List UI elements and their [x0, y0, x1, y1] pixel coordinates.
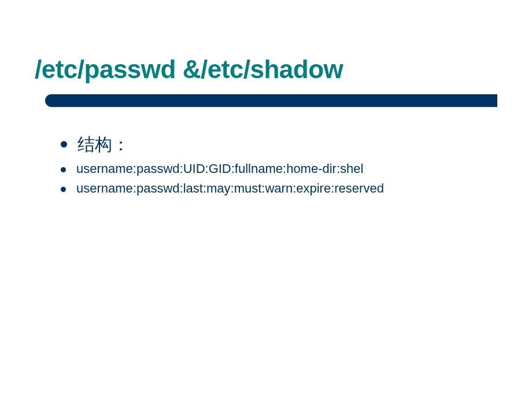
- title-area: /etc/passwd &/etc/shadow: [0, 0, 532, 107]
- slide-title: /etc/passwd &/etc/shadow: [35, 55, 497, 84]
- title-divider: [35, 94, 497, 107]
- list-item-text: username:passwd:UID:GID:fullname:home-di…: [76, 161, 363, 176]
- content-area: 结构： username:passwd:UID:GID:fullname:hom…: [0, 107, 532, 196]
- list-item: username:passwd:UID:GID:fullname:home-di…: [61, 161, 497, 176]
- divider-bar: [45, 94, 497, 107]
- list-item: 结构：: [61, 133, 497, 157]
- list-item-text: username:passwd:last:may:must:warn:expir…: [76, 181, 384, 196]
- list-item-text: 结构：: [77, 133, 130, 157]
- bullet-icon: [61, 167, 66, 172]
- bullet-icon: [61, 187, 66, 192]
- bullet-icon: [61, 141, 67, 147]
- list-item: username:passwd:last:may:must:warn:expir…: [61, 181, 497, 196]
- slide-container: /etc/passwd &/etc/shadow 结构： username:pa…: [0, 0, 532, 399]
